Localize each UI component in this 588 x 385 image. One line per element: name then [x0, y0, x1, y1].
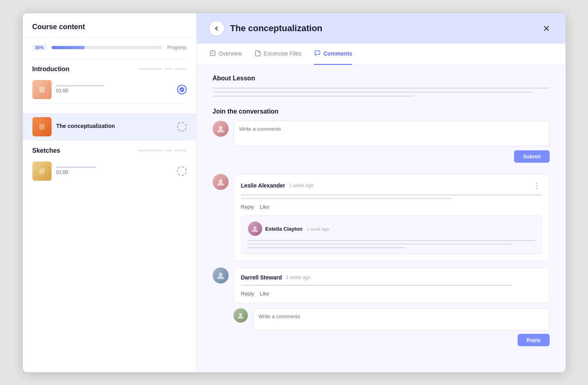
svg-rect-0 — [39, 87, 45, 92]
close-button[interactable] — [540, 22, 553, 35]
tab-comments-label: Comments — [323, 50, 352, 57]
comment-2-container: Darrell Steward 1 week ago Reply Like — [233, 267, 550, 346]
tab-overview[interactable]: Overview — [209, 44, 242, 65]
svg-point-9 — [239, 313, 242, 316]
lesson-3-time: 01:00 — [56, 170, 172, 175]
comment-1-author: Leslie Alexander — [241, 182, 285, 189]
comment-1-more-button[interactable]: ⋮ — [532, 181, 542, 190]
main-header: The conceptualization — [197, 13, 566, 44]
lesson-1-line-1 — [56, 85, 104, 86]
comment-2-line-1 — [241, 285, 512, 286]
lesson-2-check — [177, 122, 187, 132]
lesson-3-info: 01:00 — [56, 167, 172, 175]
submit-button[interactable]: Submit — [514, 150, 549, 163]
lesson-3-line-1 — [56, 167, 96, 168]
comment-2-time: 1 week ago — [286, 275, 310, 280]
svg-point-8 — [219, 273, 223, 277]
exercise-files-icon — [255, 50, 261, 58]
section-sketches-lines — [138, 150, 187, 151]
reply-1-avatar — [248, 221, 262, 236]
reply-input-area: Reply — [253, 308, 550, 346]
reply-1-line-1 — [248, 240, 535, 241]
sketches-line-1 — [138, 150, 162, 151]
section-line-2 — [164, 68, 172, 70]
reply-input-avatar-img — [233, 308, 248, 323]
comment-1-time: 1 week ago — [289, 183, 313, 188]
svg-point-7 — [253, 226, 257, 229]
comment-1-like-button[interactable]: Like — [260, 204, 269, 210]
reply-input[interactable] — [253, 308, 550, 331]
svg-point-5 — [219, 126, 223, 130]
reply-1-author-info: Estella Clayton 1 week ago — [265, 225, 329, 232]
comments-icon — [314, 50, 321, 58]
section-line-3 — [175, 68, 187, 70]
tab-comments[interactable]: Comments — [314, 44, 352, 65]
comment-2-avatar-img — [213, 267, 229, 283]
current-user-avatar-img — [213, 121, 229, 137]
lesson-item-3[interactable]: 01:00 — [23, 158, 196, 185]
comment-1-card: Leslie Alexander 1 week ago ⋮ Reply Like — [233, 174, 550, 261]
progress-bar-fill — [52, 46, 85, 49]
svg-rect-3 — [39, 168, 45, 174]
submit-row: Submit — [213, 150, 550, 163]
tab-exercise-files-label: Excercise Files — [264, 50, 301, 57]
comment-1-reply-button[interactable]: Reply — [241, 204, 254, 210]
section-introduction-label: Introduction — [32, 66, 70, 73]
progress-percent-label: 30% — [32, 44, 47, 51]
lesson-1-thumb-bg — [32, 80, 52, 99]
sketches-line-2 — [164, 150, 172, 151]
lesson-3-title-lines — [56, 167, 172, 168]
main-content: The conceptualization Overview Excercise… — [197, 13, 566, 372]
comment-2-reply-button[interactable]: Reply — [241, 291, 254, 297]
content-area: About Lesson Join the conversation — [197, 65, 566, 372]
lesson-1-check — [177, 85, 187, 94]
reply-1: Estella Clayton 1 week ago — [241, 215, 542, 254]
section-introduction: Introduction — [23, 59, 196, 76]
tabs-bar: Overview Excercise Files Comments — [197, 44, 566, 65]
comment-2-card: Darrell Steward 1 week ago Reply Like — [233, 267, 550, 303]
reply-1-author: Estella Clayton — [265, 226, 303, 232]
comment-2-actions: Reply Like — [241, 291, 542, 297]
lesson-1-thumbnail — [32, 80, 52, 99]
lesson-item-2[interactable]: The conceptualization — [23, 113, 196, 140]
progress-bar-background — [52, 46, 163, 49]
lesson-1-info: 01:00 — [56, 85, 172, 94]
sidebar: Course content 30% Progress Introduction — [23, 13, 197, 372]
reply-submit-button[interactable]: Reply — [518, 334, 549, 346]
back-button[interactable] — [209, 21, 224, 36]
new-comment-row — [213, 121, 550, 146]
comment-2-content-lines — [241, 285, 542, 286]
current-user-avatar — [213, 121, 229, 137]
lesson-2-title: The conceptualization — [56, 123, 172, 129]
reply-1-content-lines — [248, 240, 535, 248]
comment-2-row: Darrell Steward 1 week ago Reply Like — [213, 267, 550, 346]
lesson-3-thumbnail — [32, 162, 52, 181]
comment-2-like-button[interactable]: Like — [260, 291, 269, 297]
section-sketches-label: Sketches — [32, 147, 60, 154]
about-lesson-title: About Lesson — [213, 75, 550, 82]
reply-1-line-3 — [248, 247, 406, 248]
about-line-2 — [213, 92, 533, 93]
section-lines — [138, 68, 187, 70]
comment-2-author-info: Darrell Steward 1 week ago — [241, 274, 311, 281]
reply-1-avatar-img — [248, 221, 262, 236]
svg-point-6 — [219, 179, 223, 183]
section-sketches: Sketches — [23, 141, 196, 158]
sidebar-title: Course content — [23, 13, 196, 38]
reply-input-avatar — [233, 308, 248, 323]
lesson-item-1[interactable]: 01:00 — [23, 76, 196, 103]
section-conceptualization — [23, 104, 196, 113]
comment-1-line-1 — [241, 194, 542, 195]
svg-rect-4 — [210, 51, 215, 56]
comment-1-avatar — [213, 174, 229, 190]
lesson-3-check — [177, 166, 187, 176]
join-conversation-title: Join the conversation — [213, 108, 550, 115]
comment-1-avatar-img — [213, 174, 229, 190]
comment-1-actions: Reply Like — [241, 204, 542, 210]
reply-1-header: Estella Clayton 1 week ago — [248, 221, 535, 236]
overview-icon — [209, 50, 216, 58]
tab-exercise-files[interactable]: Excercise Files — [255, 44, 301, 65]
comment-1-header: Leslie Alexander 1 week ago ⋮ — [241, 181, 542, 190]
main-title: The conceptualization — [230, 23, 534, 34]
new-comment-input[interactable] — [233, 121, 550, 146]
